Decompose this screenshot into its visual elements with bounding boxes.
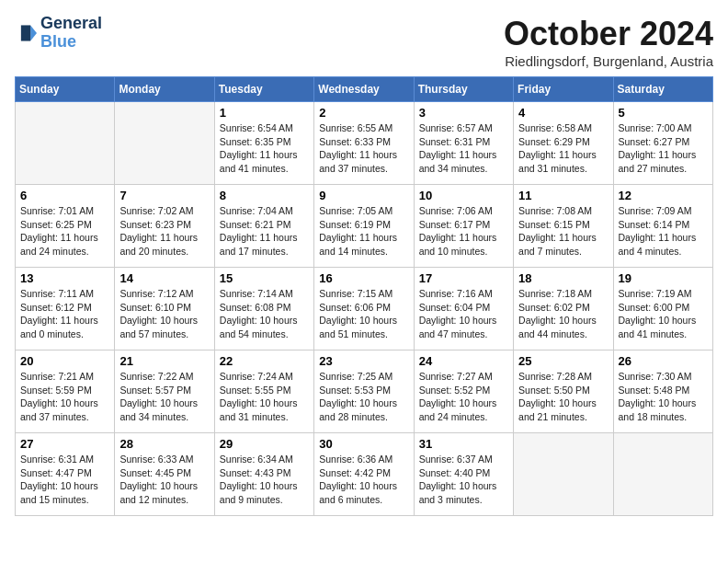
calendar-cell: 24Sunrise: 7:27 AMSunset: 5:52 PMDayligh…	[414, 350, 513, 433]
calendar-cell: 17Sunrise: 7:16 AMSunset: 6:04 PMDayligh…	[414, 268, 513, 350]
day-info: Sunrise: 6:33 AMSunset: 4:45 PMDaylight:…	[119, 453, 209, 507]
day-info: Sunrise: 6:36 AMSunset: 4:42 PMDaylight:…	[319, 453, 408, 507]
day-number: 27	[20, 437, 109, 451]
day-number: 18	[518, 271, 608, 285]
calendar-cell: 12Sunrise: 7:09 AMSunset: 6:14 PMDayligh…	[613, 185, 712, 268]
calendar-cell: 10Sunrise: 7:06 AMSunset: 6:17 PMDayligh…	[414, 185, 513, 268]
calendar-cell: 1Sunrise: 6:54 AMSunset: 6:35 PMDaylight…	[214, 102, 313, 185]
day-number: 24	[419, 354, 508, 368]
day-info: Sunrise: 7:06 AMSunset: 6:17 PMDaylight:…	[419, 204, 508, 259]
day-number: 23	[319, 354, 408, 368]
weekday-header: Wednesday	[314, 77, 414, 102]
month-title: October 2024	[504, 15, 713, 53]
calendar-cell: 16Sunrise: 7:15 AMSunset: 6:06 PMDayligh…	[314, 268, 414, 350]
day-number: 13	[20, 271, 109, 285]
calendar-cell: 4Sunrise: 6:58 AMSunset: 6:29 PMDaylight…	[514, 102, 613, 185]
day-info: Sunrise: 7:11 AMSunset: 6:12 PMDaylight:…	[20, 287, 109, 341]
day-info: Sunrise: 7:00 AMSunset: 6:27 PMDaylight:…	[619, 121, 708, 176]
day-info: Sunrise: 7:21 AMSunset: 5:59 PMDaylight:…	[20, 370, 109, 424]
title-block: October 2024 Riedlingsdorf, Burgenland, …	[504, 15, 713, 69]
weekday-header: Tuesday	[214, 77, 313, 102]
calendar-cell: 11Sunrise: 7:08 AMSunset: 6:15 PMDayligh…	[514, 185, 613, 268]
day-info: Sunrise: 7:28 AMSunset: 5:50 PMDaylight:…	[518, 370, 608, 424]
calendar-cell: 25Sunrise: 7:28 AMSunset: 5:50 PMDayligh…	[514, 350, 613, 433]
calendar-week-row: 1Sunrise: 6:54 AMSunset: 6:35 PMDaylight…	[16, 102, 713, 185]
day-number: 3	[419, 106, 508, 120]
calendar-cell	[613, 433, 712, 516]
day-number: 10	[419, 189, 508, 202]
day-number: 12	[619, 189, 708, 202]
calendar-week-row: 6Sunrise: 7:01 AMSunset: 6:25 PMDaylight…	[16, 185, 713, 268]
calendar-cell: 22Sunrise: 7:24 AMSunset: 5:55 PMDayligh…	[214, 350, 313, 433]
weekday-header: Friday	[514, 77, 613, 102]
day-info: Sunrise: 7:02 AMSunset: 6:23 PMDaylight:…	[119, 204, 209, 259]
day-number: 11	[518, 189, 608, 202]
day-number: 1	[220, 106, 309, 120]
calendar-cell: 20Sunrise: 7:21 AMSunset: 5:59 PMDayligh…	[16, 350, 115, 433]
day-number: 20	[20, 354, 109, 368]
day-number: 6	[20, 189, 109, 202]
day-info: Sunrise: 7:14 AMSunset: 6:08 PMDaylight:…	[220, 287, 309, 341]
day-info: Sunrise: 6:54 AMSunset: 6:35 PMDaylight:…	[220, 121, 309, 176]
calendar-cell: 2Sunrise: 6:55 AMSunset: 6:33 PMDaylight…	[314, 102, 414, 185]
day-info: Sunrise: 7:27 AMSunset: 5:52 PMDaylight:…	[419, 370, 508, 424]
weekday-header: Thursday	[414, 77, 513, 102]
day-number: 31	[419, 437, 508, 451]
day-number: 22	[220, 354, 309, 368]
day-info: Sunrise: 7:09 AMSunset: 6:14 PMDaylight:…	[619, 204, 708, 259]
svg-marker-1	[21, 25, 30, 40]
day-info: Sunrise: 7:08 AMSunset: 6:15 PMDaylight:…	[518, 204, 608, 259]
calendar-cell: 13Sunrise: 7:11 AMSunset: 6:12 PMDayligh…	[16, 268, 115, 350]
weekday-header: Saturday	[613, 77, 712, 102]
calendar-cell: 26Sunrise: 7:30 AMSunset: 5:48 PMDayligh…	[613, 350, 712, 433]
day-info: Sunrise: 7:22 AMSunset: 5:57 PMDaylight:…	[119, 370, 209, 424]
calendar-cell: 18Sunrise: 7:18 AMSunset: 6:02 PMDayligh…	[514, 268, 613, 350]
day-info: Sunrise: 7:18 AMSunset: 6:02 PMDaylight:…	[518, 287, 608, 341]
day-number: 16	[319, 271, 408, 285]
calendar: SundayMondayTuesdayWednesdayThursdayFrid…	[15, 76, 713, 516]
day-number: 21	[119, 354, 209, 368]
day-info: Sunrise: 7:19 AMSunset: 6:00 PMDaylight:…	[619, 287, 708, 341]
day-info: Sunrise: 6:37 AMSunset: 4:40 PMDaylight:…	[419, 453, 508, 507]
day-info: Sunrise: 7:01 AMSunset: 6:25 PMDaylight:…	[20, 204, 109, 259]
calendar-week-row: 27Sunrise: 6:31 AMSunset: 4:47 PMDayligh…	[16, 433, 713, 516]
day-info: Sunrise: 7:25 AMSunset: 5:53 PMDaylight:…	[319, 370, 408, 424]
day-number: 26	[619, 354, 708, 368]
logo: General Blue	[15, 15, 102, 52]
logo-icon	[15, 22, 37, 44]
location: Riedlingsdorf, Burgenland, Austria	[504, 53, 713, 69]
day-number: 8	[220, 189, 309, 202]
day-number: 30	[319, 437, 408, 451]
day-number: 4	[518, 106, 608, 120]
day-number: 28	[119, 437, 209, 451]
calendar-cell: 28Sunrise: 6:33 AMSunset: 4:45 PMDayligh…	[115, 433, 214, 516]
day-info: Sunrise: 6:34 AMSunset: 4:43 PMDaylight:…	[220, 453, 309, 507]
day-info: Sunrise: 7:30 AMSunset: 5:48 PMDaylight:…	[619, 370, 708, 424]
calendar-cell: 27Sunrise: 6:31 AMSunset: 4:47 PMDayligh…	[16, 433, 115, 516]
calendar-cell: 19Sunrise: 7:19 AMSunset: 6:00 PMDayligh…	[613, 268, 712, 350]
calendar-cell: 7Sunrise: 7:02 AMSunset: 6:23 PMDaylight…	[115, 185, 214, 268]
svg-marker-0	[30, 25, 37, 40]
page-header: General Blue October 2024 Riedlingsdorf,…	[15, 15, 713, 69]
calendar-cell: 23Sunrise: 7:25 AMSunset: 5:53 PMDayligh…	[314, 350, 414, 433]
day-number: 5	[619, 106, 708, 120]
day-info: Sunrise: 7:12 AMSunset: 6:10 PMDaylight:…	[119, 287, 209, 341]
day-number: 25	[518, 354, 608, 368]
day-info: Sunrise: 7:16 AMSunset: 6:04 PMDaylight:…	[419, 287, 508, 341]
calendar-cell	[514, 433, 613, 516]
day-info: Sunrise: 6:57 AMSunset: 6:31 PMDaylight:…	[419, 121, 508, 176]
calendar-header-row: SundayMondayTuesdayWednesdayThursdayFrid…	[16, 77, 713, 102]
day-number: 15	[220, 271, 309, 285]
calendar-cell	[115, 102, 214, 185]
day-info: Sunrise: 6:55 AMSunset: 6:33 PMDaylight:…	[319, 121, 408, 176]
weekday-header: Sunday	[16, 77, 115, 102]
calendar-cell: 14Sunrise: 7:12 AMSunset: 6:10 PMDayligh…	[115, 268, 214, 350]
calendar-cell: 31Sunrise: 6:37 AMSunset: 4:40 PMDayligh…	[414, 433, 513, 516]
calendar-cell: 6Sunrise: 7:01 AMSunset: 6:25 PMDaylight…	[16, 185, 115, 268]
calendar-cell: 3Sunrise: 6:57 AMSunset: 6:31 PMDaylight…	[414, 102, 513, 185]
day-number: 19	[619, 271, 708, 285]
logo-text: General Blue	[40, 15, 102, 52]
day-number: 17	[419, 271, 508, 285]
day-info: Sunrise: 7:05 AMSunset: 6:19 PMDaylight:…	[319, 204, 408, 259]
calendar-week-row: 13Sunrise: 7:11 AMSunset: 6:12 PMDayligh…	[16, 268, 713, 350]
